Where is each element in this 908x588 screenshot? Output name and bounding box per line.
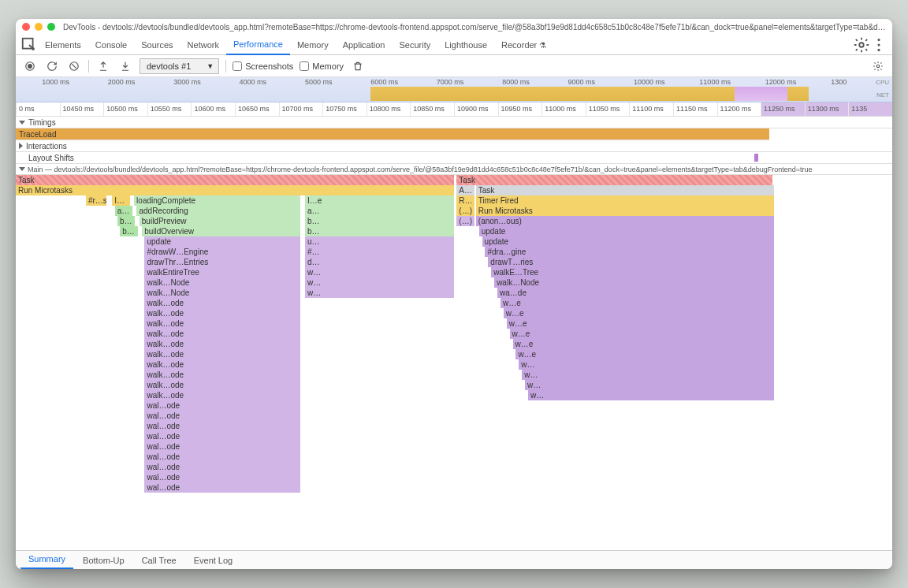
main-thread-header[interactable]: Main — devtools://devtools/bundled/devto…: [16, 164, 892, 175]
flame-bar[interactable]: w…e: [507, 318, 774, 329]
flame-bar[interactable]: Timer Fired: [476, 195, 774, 206]
screenshots-checkbox[interactable]: Screenshots: [233, 61, 293, 71]
flame-bar[interactable]: wal…ode: [144, 400, 300, 411]
close-window-button[interactable]: [22, 23, 30, 31]
flame-bar[interactable]: wal…ode: [144, 411, 300, 421]
flame-bar[interactable]: wal…ode: [144, 472, 300, 482]
flame-bar[interactable]: walk…ode: [144, 318, 300, 329]
settings-icon[interactable]: [853, 36, 870, 54]
bottom-tab-call-tree[interactable]: Call Tree: [134, 552, 184, 569]
flame-bar[interactable]: w…e: [501, 298, 774, 308]
flame-bar[interactable]: (anon…ous): [476, 216, 774, 226]
flame-bar[interactable]: Run Microtasks: [476, 206, 774, 216]
tab-security[interactable]: Security: [392, 35, 437, 54]
timings-section[interactable]: Timings: [16, 117, 892, 128]
flame-bar[interactable]: wal…ode: [144, 431, 300, 441]
flame-bar[interactable]: #r…s: [86, 195, 106, 206]
interactions-section[interactable]: Interactions: [16, 140, 892, 152]
flame-bar[interactable]: wal…ode: [144, 421, 300, 431]
flame-bar[interactable]: update: [479, 226, 774, 236]
clear-button[interactable]: [66, 58, 82, 74]
flame-bar[interactable]: walk…ode: [144, 370, 300, 380]
layout-shifts-section[interactable]: Layout Shifts: [16, 152, 892, 164]
flame-bar[interactable]: walkEntireTree: [144, 267, 300, 277]
bottom-tab-summary[interactable]: Summary: [20, 550, 73, 569]
detail-ruler[interactable]: 0 ms10450 ms10500 ms10550 ms10600 ms1065…: [16, 102, 892, 117]
flame-bar[interactable]: w…e: [510, 329, 774, 339]
flame-bar[interactable]: Task: [476, 185, 774, 195]
flame-bar[interactable]: walk…Node: [494, 277, 774, 288]
flame-bar[interactable]: drawThr…Entries: [144, 257, 300, 267]
flame-bar[interactable]: addRecording: [136, 206, 300, 216]
flame-bar[interactable]: wal…ode: [144, 452, 300, 462]
tab-lighthouse[interactable]: Lighthouse: [437, 35, 494, 54]
flame-bar[interactable]: A…: [456, 185, 474, 195]
trace-load-bar[interactable]: TraceLoad: [16, 128, 769, 140]
flame-bar[interactable]: w…: [528, 390, 774, 400]
flame-bar[interactable]: walk…ode: [144, 349, 300, 359]
flame-bar[interactable]: w…: [305, 267, 454, 277]
flame-bar[interactable]: buildOverview: [142, 226, 300, 236]
flame-bar[interactable]: walk…ode: [144, 380, 300, 390]
flame-bar[interactable]: #drawW…Engine: [144, 247, 300, 257]
maximize-window-button[interactable]: [47, 23, 55, 31]
flame-bar[interactable]: walk…ode: [144, 329, 300, 339]
flame-chart[interactable]: Task Task Run Microtasks A… Task #r…sI…l…: [16, 175, 892, 550]
overview-timeline[interactable]: 1000 ms2000 ms3000 ms4000 ms5000 ms6000 …: [16, 77, 892, 102]
target-select[interactable]: devtools #1▼: [140, 58, 219, 74]
tab-sources[interactable]: Sources: [134, 35, 180, 54]
flame-bar[interactable]: walk…ode: [144, 298, 300, 308]
task-bar[interactable]: Task: [16, 175, 454, 185]
flame-bar[interactable]: update: [482, 236, 774, 247]
tab-elements[interactable]: Elements: [38, 35, 88, 54]
minimize-window-button[interactable]: [35, 23, 43, 31]
flame-bar[interactable]: w…e: [515, 349, 773, 359]
tab-application[interactable]: Application: [336, 35, 393, 54]
flame-bar[interactable]: update: [144, 236, 300, 247]
flame-bar[interactable]: w…: [519, 359, 774, 370]
flame-bar[interactable]: wal…ode: [144, 482, 300, 493]
flame-bar[interactable]: walk…ode: [144, 339, 300, 349]
inspect-icon[interactable]: [20, 36, 38, 54]
more-icon[interactable]: [870, 36, 888, 54]
flame-bar[interactable]: b…: [120, 226, 137, 236]
run-microtasks-bar[interactable]: Run Microtasks: [16, 185, 454, 195]
delete-button[interactable]: [350, 58, 366, 74]
flame-bar[interactable]: I…e: [305, 195, 454, 206]
flame-bar[interactable]: b…: [117, 216, 135, 226]
memory-checkbox[interactable]: Memory: [300, 61, 344, 71]
flame-bar[interactable]: #…: [305, 247, 454, 257]
flame-bar[interactable]: walk…ode: [144, 390, 300, 400]
flame-bar[interactable]: buildPreview: [140, 216, 301, 226]
tab-recorder[interactable]: Recorder ⚗: [494, 35, 553, 54]
task-bar[interactable]: Task: [456, 175, 772, 185]
tab-memory[interactable]: Memory: [290, 35, 336, 54]
flame-bar[interactable]: w…: [525, 380, 774, 390]
flame-bar[interactable]: w…: [305, 277, 454, 288]
flame-bar[interactable]: loadingComplete: [134, 195, 300, 206]
bottom-tab-bottom-up[interactable]: Bottom-Up: [75, 552, 132, 569]
flame-bar[interactable]: w…: [522, 370, 774, 380]
flame-bar[interactable]: w…: [305, 288, 454, 298]
flame-bar[interactable]: #dra…gine: [485, 247, 773, 257]
flame-bar[interactable]: (…): [456, 216, 474, 226]
flame-bar[interactable]: b…: [305, 216, 454, 226]
flame-bar[interactable]: walk…ode: [144, 308, 300, 318]
flame-bar[interactable]: w…e: [513, 339, 774, 349]
flame-bar[interactable]: drawT…ries: [488, 257, 774, 267]
record-button[interactable]: [22, 58, 38, 74]
flame-bar[interactable]: a…: [305, 206, 454, 216]
flame-bar[interactable]: walk…Node: [144, 288, 300, 298]
flame-bar[interactable]: a…: [115, 206, 132, 216]
tab-network[interactable]: Network: [180, 35, 226, 54]
flame-bar[interactable]: d…: [305, 257, 454, 267]
flame-bar[interactable]: walk…ode: [144, 359, 300, 370]
flame-bar[interactable]: u…: [305, 236, 454, 247]
download-button[interactable]: [117, 58, 133, 74]
settings-button[interactable]: [870, 58, 886, 74]
flame-bar[interactable]: wal…ode: [144, 441, 300, 452]
flame-bar[interactable]: R…: [456, 195, 474, 206]
flame-bar[interactable]: wa…de: [497, 288, 774, 298]
upload-button[interactable]: [95, 58, 111, 74]
flame-bar[interactable]: I…: [112, 195, 129, 206]
